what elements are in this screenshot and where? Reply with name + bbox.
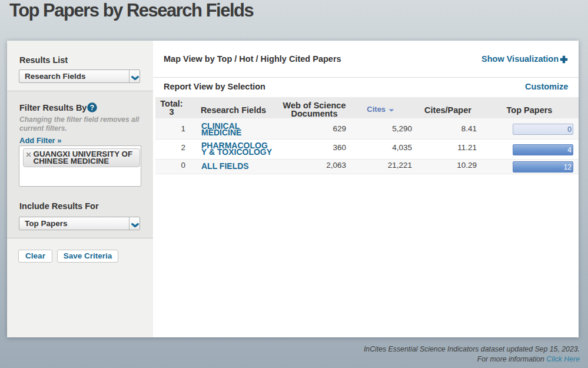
svg-text:?: ? — [90, 104, 94, 112]
